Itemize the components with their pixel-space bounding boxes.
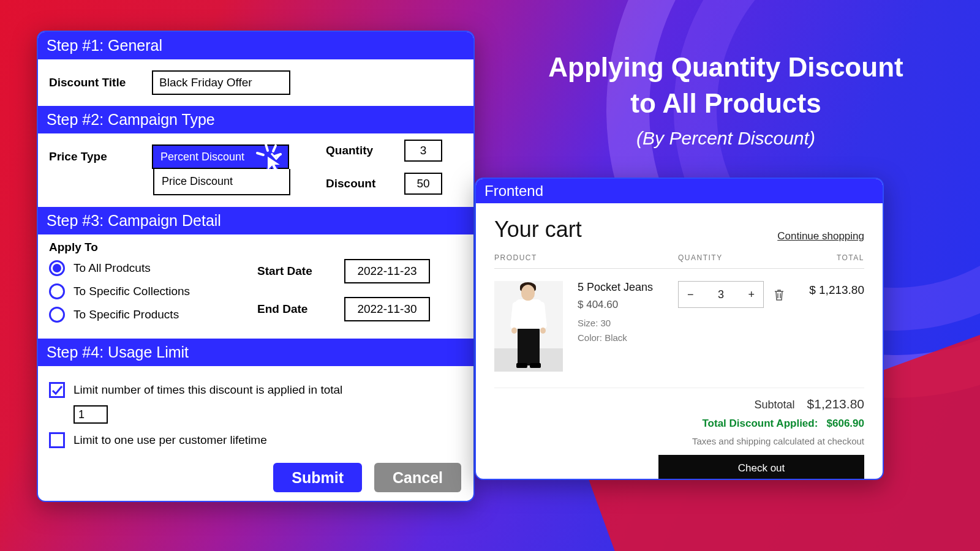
svg-line-2 xyxy=(257,153,263,155)
radio-icon xyxy=(49,307,65,323)
discount-title-input[interactable] xyxy=(152,70,290,95)
start-date-input[interactable] xyxy=(344,259,430,283)
frontend-preview-panel: Frontend Your cart Continue shopping PRO… xyxy=(475,178,884,480)
apply-to-all-option[interactable]: To All Prodcuts xyxy=(49,260,233,276)
line-total: $ 1,213.80 xyxy=(791,281,864,372)
discount-applied-label: Total Discount Applied: xyxy=(702,418,818,429)
price-type-selected: Percent Discount xyxy=(160,151,244,163)
product-name: 5 Pocket Jeans xyxy=(578,281,678,294)
limit-total-input[interactable] xyxy=(74,405,108,424)
minus-icon[interactable]: − xyxy=(687,288,694,301)
radio-checked-icon xyxy=(49,260,65,276)
step1-header: Step #1: General xyxy=(38,32,473,59)
product-color: Color: Black xyxy=(578,331,678,345)
apply-to-collections-option[interactable]: To Specific Collections xyxy=(49,283,233,299)
chevron-down-icon xyxy=(271,151,282,163)
product-price: $ 404.60 xyxy=(578,299,678,311)
continue-shopping-link[interactable]: Continue shopping xyxy=(777,230,864,242)
cart-columns: PRODUCT QUANTITY TOTAL xyxy=(494,253,864,269)
apply-to-label: Apply To xyxy=(49,241,233,254)
discount-applied-value: $606.90 xyxy=(827,418,864,429)
step2-header: Step #2: Campaign Type xyxy=(38,106,473,133)
tax-note: Taxes and shipping calculated at checkou… xyxy=(494,436,864,446)
end-date-input[interactable] xyxy=(344,297,430,321)
product-image xyxy=(494,281,563,372)
step4-header: Step #4: Usage Limit xyxy=(38,339,473,366)
discount-input[interactable] xyxy=(404,173,442,195)
marketing-headline: Applying Quantity Discountto All Product… xyxy=(496,49,956,149)
step3-header: Step #3: Campaign Detail xyxy=(38,207,473,234)
checkbox-icon xyxy=(49,432,65,448)
start-date-label: Start Date xyxy=(257,264,333,278)
discount-title-label: Discount Title xyxy=(49,76,141,89)
quantity-label: Quantity xyxy=(326,144,393,157)
svg-line-0 xyxy=(266,144,268,151)
submit-button[interactable]: Submit xyxy=(273,463,362,492)
subtotal-value: $1,213.80 xyxy=(807,397,864,411)
discount-label: Discount xyxy=(326,177,393,190)
limit-total-checkbox[interactable]: Limit number of times this discount is a… xyxy=(49,382,462,398)
cancel-button[interactable]: Cancel xyxy=(374,463,461,492)
cart-line-item: 5 Pocket Jeans $ 404.60 Size: 30 Color: … xyxy=(494,269,864,388)
product-size: Size: 30 xyxy=(578,316,678,331)
price-type-label: Price Type xyxy=(49,150,141,163)
admin-form-panel: Step #1: General Discount Title Step #2:… xyxy=(37,31,475,502)
checkout-button[interactable]: Check out xyxy=(658,455,864,480)
cart-title: Your cart xyxy=(494,217,582,242)
quantity-stepper[interactable]: − 3 + xyxy=(678,281,764,308)
price-type-select[interactable]: Percent Discount xyxy=(152,144,289,169)
price-type-option-price-discount[interactable]: Price Discount xyxy=(154,169,289,194)
end-date-label: End Date xyxy=(257,302,333,316)
price-type-options: Price Discount xyxy=(153,169,290,195)
quantity-value: 3 xyxy=(718,288,724,301)
apply-to-products-option[interactable]: To Specific Products xyxy=(49,307,233,323)
checkbox-checked-icon xyxy=(49,382,65,398)
frontend-header: Frontend xyxy=(476,179,883,203)
radio-icon xyxy=(49,283,65,299)
subtotal-label: Subtotal xyxy=(754,399,794,411)
trash-icon[interactable] xyxy=(774,288,785,302)
plus-icon[interactable]: + xyxy=(748,288,755,301)
quantity-input[interactable] xyxy=(404,140,442,162)
limit-per-customer-checkbox[interactable]: Limit to one use per customer lifetime xyxy=(49,432,462,448)
